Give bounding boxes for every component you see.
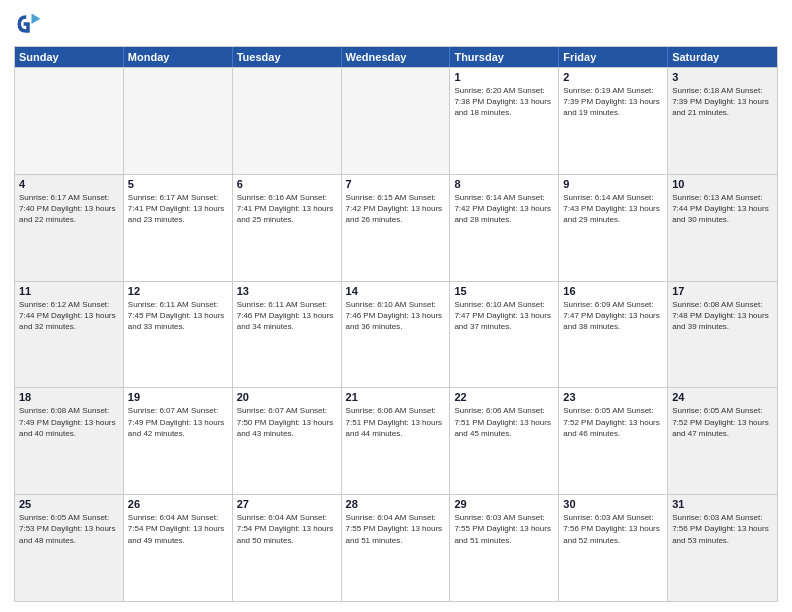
weekday-header: Tuesday	[233, 47, 342, 67]
day-info: Sunrise: 6:04 AM Sunset: 7:54 PM Dayligh…	[128, 512, 228, 546]
day-info: Sunrise: 6:14 AM Sunset: 7:42 PM Dayligh…	[454, 192, 554, 226]
day-info: Sunrise: 6:17 AM Sunset: 7:40 PM Dayligh…	[19, 192, 119, 226]
day-number: 19	[128, 391, 228, 403]
day-info: Sunrise: 6:03 AM Sunset: 7:56 PM Dayligh…	[563, 512, 663, 546]
calendar-row: 18Sunrise: 6:08 AM Sunset: 7:49 PM Dayli…	[15, 387, 777, 494]
day-number: 20	[237, 391, 337, 403]
day-number: 3	[672, 71, 773, 83]
day-number: 24	[672, 391, 773, 403]
day-number: 1	[454, 71, 554, 83]
day-number: 11	[19, 285, 119, 297]
day-info: Sunrise: 6:09 AM Sunset: 7:47 PM Dayligh…	[563, 299, 663, 333]
logo	[14, 10, 46, 38]
day-info: Sunrise: 6:13 AM Sunset: 7:44 PM Dayligh…	[672, 192, 773, 226]
day-info: Sunrise: 6:11 AM Sunset: 7:46 PM Dayligh…	[237, 299, 337, 333]
day-number: 2	[563, 71, 663, 83]
calendar-cell: 27Sunrise: 6:04 AM Sunset: 7:54 PM Dayli…	[233, 495, 342, 601]
day-info: Sunrise: 6:10 AM Sunset: 7:46 PM Dayligh…	[346, 299, 446, 333]
weekday-header: Thursday	[450, 47, 559, 67]
calendar-cell: 8Sunrise: 6:14 AM Sunset: 7:42 PM Daylig…	[450, 175, 559, 281]
calendar-cell: 7Sunrise: 6:15 AM Sunset: 7:42 PM Daylig…	[342, 175, 451, 281]
day-number: 22	[454, 391, 554, 403]
weekday-header: Sunday	[15, 47, 124, 67]
calendar-cell: 1Sunrise: 6:20 AM Sunset: 7:38 PM Daylig…	[450, 68, 559, 174]
calendar-cell: 6Sunrise: 6:16 AM Sunset: 7:41 PM Daylig…	[233, 175, 342, 281]
day-number: 4	[19, 178, 119, 190]
calendar-row: 25Sunrise: 6:05 AM Sunset: 7:53 PM Dayli…	[15, 494, 777, 601]
calendar-cell: 2Sunrise: 6:19 AM Sunset: 7:39 PM Daylig…	[559, 68, 668, 174]
day-number: 7	[346, 178, 446, 190]
day-info: Sunrise: 6:18 AM Sunset: 7:39 PM Dayligh…	[672, 85, 773, 119]
day-number: 29	[454, 498, 554, 510]
calendar-cell: 28Sunrise: 6:04 AM Sunset: 7:55 PM Dayli…	[342, 495, 451, 601]
page-header	[14, 10, 778, 38]
day-info: Sunrise: 6:03 AM Sunset: 7:55 PM Dayligh…	[454, 512, 554, 546]
calendar-cell: 20Sunrise: 6:07 AM Sunset: 7:50 PM Dayli…	[233, 388, 342, 494]
day-number: 13	[237, 285, 337, 297]
day-number: 17	[672, 285, 773, 297]
day-info: Sunrise: 6:08 AM Sunset: 7:48 PM Dayligh…	[672, 299, 773, 333]
weekday-header: Wednesday	[342, 47, 451, 67]
day-info: Sunrise: 6:14 AM Sunset: 7:43 PM Dayligh…	[563, 192, 663, 226]
day-info: Sunrise: 6:05 AM Sunset: 7:53 PM Dayligh…	[19, 512, 119, 546]
calendar-cell: 10Sunrise: 6:13 AM Sunset: 7:44 PM Dayli…	[668, 175, 777, 281]
day-number: 10	[672, 178, 773, 190]
day-info: Sunrise: 6:20 AM Sunset: 7:38 PM Dayligh…	[454, 85, 554, 119]
day-info: Sunrise: 6:19 AM Sunset: 7:39 PM Dayligh…	[563, 85, 663, 119]
calendar-row: 4Sunrise: 6:17 AM Sunset: 7:40 PM Daylig…	[15, 174, 777, 281]
calendar-cell: 29Sunrise: 6:03 AM Sunset: 7:55 PM Dayli…	[450, 495, 559, 601]
calendar-cell: 19Sunrise: 6:07 AM Sunset: 7:49 PM Dayli…	[124, 388, 233, 494]
calendar: SundayMondayTuesdayWednesdayThursdayFrid…	[14, 46, 778, 602]
day-number: 26	[128, 498, 228, 510]
day-number: 31	[672, 498, 773, 510]
day-info: Sunrise: 6:06 AM Sunset: 7:51 PM Dayligh…	[346, 405, 446, 439]
calendar-cell: 24Sunrise: 6:05 AM Sunset: 7:52 PM Dayli…	[668, 388, 777, 494]
calendar-cell	[233, 68, 342, 174]
day-number: 8	[454, 178, 554, 190]
day-info: Sunrise: 6:11 AM Sunset: 7:45 PM Dayligh…	[128, 299, 228, 333]
day-number: 18	[19, 391, 119, 403]
calendar-cell: 23Sunrise: 6:05 AM Sunset: 7:52 PM Dayli…	[559, 388, 668, 494]
day-number: 27	[237, 498, 337, 510]
calendar-body: 1Sunrise: 6:20 AM Sunset: 7:38 PM Daylig…	[15, 67, 777, 601]
calendar-cell	[124, 68, 233, 174]
day-number: 5	[128, 178, 228, 190]
day-number: 28	[346, 498, 446, 510]
calendar-cell: 21Sunrise: 6:06 AM Sunset: 7:51 PM Dayli…	[342, 388, 451, 494]
day-info: Sunrise: 6:04 AM Sunset: 7:55 PM Dayligh…	[346, 512, 446, 546]
day-info: Sunrise: 6:06 AM Sunset: 7:51 PM Dayligh…	[454, 405, 554, 439]
calendar-cell: 31Sunrise: 6:03 AM Sunset: 7:56 PM Dayli…	[668, 495, 777, 601]
day-info: Sunrise: 6:12 AM Sunset: 7:44 PM Dayligh…	[19, 299, 119, 333]
calendar-cell	[342, 68, 451, 174]
day-info: Sunrise: 6:16 AM Sunset: 7:41 PM Dayligh…	[237, 192, 337, 226]
calendar-cell: 22Sunrise: 6:06 AM Sunset: 7:51 PM Dayli…	[450, 388, 559, 494]
day-number: 23	[563, 391, 663, 403]
calendar-cell: 5Sunrise: 6:17 AM Sunset: 7:41 PM Daylig…	[124, 175, 233, 281]
calendar-row: 11Sunrise: 6:12 AM Sunset: 7:44 PM Dayli…	[15, 281, 777, 388]
calendar-cell: 16Sunrise: 6:09 AM Sunset: 7:47 PM Dayli…	[559, 282, 668, 388]
day-number: 9	[563, 178, 663, 190]
day-number: 25	[19, 498, 119, 510]
day-info: Sunrise: 6:15 AM Sunset: 7:42 PM Dayligh…	[346, 192, 446, 226]
calendar-cell: 14Sunrise: 6:10 AM Sunset: 7:46 PM Dayli…	[342, 282, 451, 388]
day-info: Sunrise: 6:07 AM Sunset: 7:49 PM Dayligh…	[128, 405, 228, 439]
day-number: 15	[454, 285, 554, 297]
day-info: Sunrise: 6:10 AM Sunset: 7:47 PM Dayligh…	[454, 299, 554, 333]
calendar-cell: 18Sunrise: 6:08 AM Sunset: 7:49 PM Dayli…	[15, 388, 124, 494]
day-info: Sunrise: 6:08 AM Sunset: 7:49 PM Dayligh…	[19, 405, 119, 439]
calendar-cell: 3Sunrise: 6:18 AM Sunset: 7:39 PM Daylig…	[668, 68, 777, 174]
day-number: 30	[563, 498, 663, 510]
calendar-cell: 11Sunrise: 6:12 AM Sunset: 7:44 PM Dayli…	[15, 282, 124, 388]
weekday-header: Saturday	[668, 47, 777, 67]
day-info: Sunrise: 6:05 AM Sunset: 7:52 PM Dayligh…	[672, 405, 773, 439]
day-info: Sunrise: 6:17 AM Sunset: 7:41 PM Dayligh…	[128, 192, 228, 226]
day-info: Sunrise: 6:07 AM Sunset: 7:50 PM Dayligh…	[237, 405, 337, 439]
day-number: 12	[128, 285, 228, 297]
calendar-cell: 30Sunrise: 6:03 AM Sunset: 7:56 PM Dayli…	[559, 495, 668, 601]
calendar-cell: 13Sunrise: 6:11 AM Sunset: 7:46 PM Dayli…	[233, 282, 342, 388]
day-number: 14	[346, 285, 446, 297]
day-number: 16	[563, 285, 663, 297]
calendar-cell: 25Sunrise: 6:05 AM Sunset: 7:53 PM Dayli…	[15, 495, 124, 601]
logo-icon	[14, 10, 42, 38]
calendar-cell: 15Sunrise: 6:10 AM Sunset: 7:47 PM Dayli…	[450, 282, 559, 388]
